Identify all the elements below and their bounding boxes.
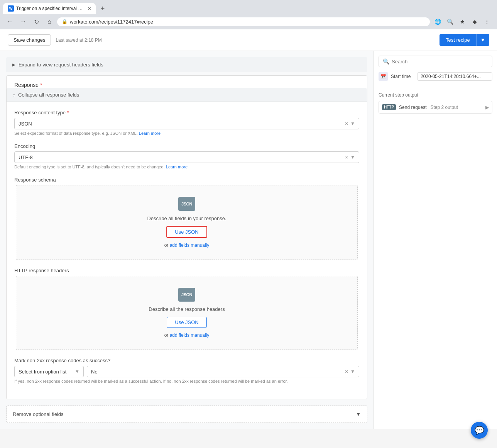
response-schema-label: Response schema: [14, 177, 359, 183]
content-type-learn-more-link[interactable]: Learn more: [139, 131, 161, 136]
response-label-row: Response *: [7, 76, 367, 88]
encoding-clear-icon[interactable]: ×: [345, 154, 348, 160]
current-step-output-label: Current step output: [379, 92, 492, 98]
encoding-hint: Default encoding type is set to UTF-8, a…: [14, 165, 359, 169]
forward-button[interactable]: →: [18, 16, 29, 27]
toolbar-right: Test recipe ▼: [440, 34, 489, 46]
response-schema-group: Response schema JSON Describe all fields…: [14, 177, 359, 260]
schema-use-json-button[interactable]: Use JSON: [166, 226, 207, 238]
translate-icon[interactable]: 🌐: [432, 16, 443, 27]
content-type-hint: Select expected format of data response …: [14, 131, 359, 136]
content-type-field-group: Response content type * JSON × ▼ Select …: [14, 110, 359, 136]
right-panel-divider: [379, 86, 492, 86]
search-input[interactable]: [392, 59, 488, 64]
browser-chrome: W Trigger on a specified interval wi... …: [0, 0, 497, 29]
http-headers-group: HTTP response headers JSON Describe all …: [14, 268, 359, 350]
required-asterisk: *: [39, 82, 42, 88]
test-recipe-dropdown-button[interactable]: ▼: [476, 34, 489, 46]
encoding-label: Encoding: [14, 143, 359, 149]
calendar-icon: 📅: [379, 72, 388, 81]
encoding-select[interactable]: UTF-8 × ▼: [14, 151, 359, 163]
collapse-icon: ↕: [13, 92, 15, 98]
collapse-label: Collapse all response fields: [18, 92, 79, 98]
main-layout: ▶ Expand to view request headers fields …: [0, 51, 497, 429]
reload-button[interactable]: ↻: [31, 16, 42, 27]
content-type-value: JSON: [19, 121, 345, 127]
tab-favicon: W: [8, 5, 14, 12]
response-form-body: Response content type * JSON × ▼ Select …: [7, 102, 367, 399]
non-2xx-value: No: [91, 369, 345, 375]
last-saved-text: Last saved at 2:18 PM: [56, 37, 101, 43]
encoding-value: UTF-8: [19, 154, 345, 160]
right-panel: 🔍 📅 Start time 2020-05-21T14:20:10.664+.…: [374, 51, 497, 429]
non-2xx-option-arrow-icon: ▼: [75, 369, 79, 374]
non-2xx-arrow-icon: ▼: [350, 369, 355, 374]
schema-add-fields-row: or add fields manually: [164, 243, 210, 248]
active-tab[interactable]: W Trigger on a specified interval wi... …: [3, 3, 96, 14]
headers-add-fields-row: or add fields manually: [164, 333, 210, 338]
non-2xx-option-select[interactable]: Select from option list ▼: [14, 366, 84, 377]
encoding-learn-more-link[interactable]: Learn more: [166, 165, 188, 169]
non-2xx-value-select[interactable]: No × ▼: [87, 366, 359, 377]
remove-optional-label: Remove optional fields: [13, 411, 64, 417]
response-section-label: Response *: [14, 82, 42, 88]
top-toolbar: Save changes Last saved at 2:18 PM Test …: [0, 29, 497, 51]
url-text: workato.com/recipes/1172417#recipe: [70, 19, 153, 25]
new-tab-button[interactable]: +: [97, 3, 108, 14]
tab-title: Trigger on a specified interval wi...: [16, 6, 86, 11]
back-button[interactable]: ←: [5, 16, 15, 27]
content-type-arrow-icon: ▼: [350, 121, 355, 126]
tab-bar: W Trigger on a specified interval wi... …: [0, 0, 497, 14]
schema-json-icon: JSON: [178, 197, 195, 211]
response-schema-area: JSON Describe all fields in your respons…: [16, 185, 358, 260]
zoom-icon[interactable]: 🔍: [445, 16, 455, 27]
tab-close-button[interactable]: ×: [88, 6, 91, 11]
http-badge: HTTP: [382, 104, 396, 110]
lock-icon: 🔒: [62, 19, 68, 24]
schema-description: Describe all fields in your response.: [147, 216, 226, 221]
save-changes-button[interactable]: Save changes: [8, 34, 51, 46]
non-2xx-clear-icon[interactable]: ×: [345, 368, 348, 375]
remove-optional-fields-row[interactable]: Remove optional fields ▼: [6, 406, 367, 423]
headers-add-fields-link[interactable]: add fields manually: [170, 333, 210, 338]
address-bar[interactable]: 🔒 workato.com/recipes/1172417#recipe: [57, 17, 430, 26]
encoding-field-group: Encoding UTF-8 × ▼ Default encoding type…: [14, 143, 359, 169]
non-2xx-group: Mark non-2xx response codes as success? …: [14, 358, 359, 384]
non-2xx-inputs-row: Select from option list ▼ No × ▼: [14, 366, 359, 377]
bookmark-icon[interactable]: ★: [457, 16, 468, 27]
headers-description: Describe all the response headers: [149, 306, 225, 312]
browser-nav-icons: 🌐 🔍 ★ ◆ ⋮: [432, 16, 492, 27]
headers-use-json-button[interactable]: Use JSON: [167, 317, 206, 328]
http-headers-label: HTTP response headers: [14, 268, 359, 273]
output-row[interactable]: HTTP Send request Step 2 output ▶: [379, 101, 492, 114]
output-expand-icon: ▶: [485, 105, 489, 110]
expand-headers-section[interactable]: ▶ Expand to view request headers fields: [6, 57, 367, 72]
http-headers-area: JSON Describe all the response headers U…: [16, 276, 358, 350]
content-type-label: Response content type *: [14, 110, 359, 115]
encoding-arrow-icon: ▼: [350, 154, 355, 160]
non-2xx-option-value: Select from option list: [19, 369, 75, 375]
search-icon: 🔍: [383, 58, 389, 64]
non-2xx-label: Mark non-2xx response codes as success?: [14, 358, 359, 363]
content-type-clear-icon[interactable]: ×: [345, 120, 348, 127]
browser-nav-bar: ← → ↻ ⌂ 🔒 workato.com/recipes/1172417#re…: [0, 14, 497, 29]
extension-icon[interactable]: ◆: [469, 16, 480, 27]
start-time-value[interactable]: 2020-05-21T14:20:10.664+...: [417, 72, 492, 81]
output-text: Send request Step 2 output: [399, 105, 482, 110]
expand-headers-label: Expand to view request headers fields: [19, 62, 103, 68]
expand-chevron-icon: ▶: [12, 63, 15, 67]
menu-icon[interactable]: ⋮: [482, 16, 492, 27]
test-recipe-button[interactable]: Test recipe: [440, 34, 476, 46]
search-box[interactable]: 🔍: [379, 56, 492, 67]
toolbar-left: Save changes Last saved at 2:18 PM: [8, 34, 102, 46]
start-time-row: 📅 Start time 2020-05-21T14:20:10.664+...: [379, 72, 492, 81]
start-time-label: Start time: [391, 74, 414, 79]
schema-add-fields-link[interactable]: add fields manually: [170, 243, 210, 248]
remove-optional-arrow-icon: ▼: [356, 411, 361, 417]
main-content: ▶ Expand to view request headers fields …: [0, 51, 374, 429]
content-type-select[interactable]: JSON × ▼: [14, 118, 359, 129]
collapse-all-button[interactable]: ↕ Collapse all response fields: [7, 88, 367, 102]
response-section-wrapper: Response * ↕ Collapse all response field…: [6, 75, 367, 399]
headers-json-icon: JSON: [178, 288, 195, 302]
home-button[interactable]: ⌂: [44, 16, 55, 27]
